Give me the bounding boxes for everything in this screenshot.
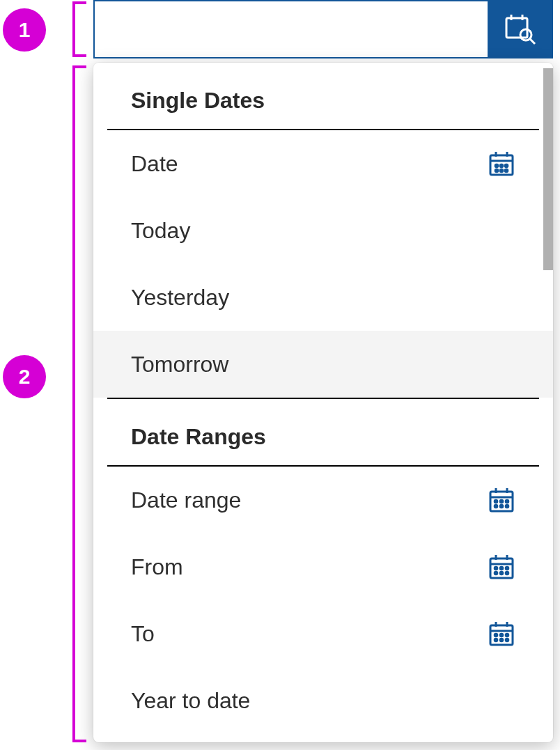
svg-point-39 <box>495 634 497 636</box>
option-today[interactable]: Today <box>93 197 553 264</box>
svg-point-13 <box>500 169 503 172</box>
annotation-badge-1: 1 <box>3 8 46 52</box>
option-label: Date range <box>131 487 241 513</box>
option-to[interactable]: To <box>93 600 553 667</box>
date-options-dropdown: Single Dates Date Today <box>93 63 553 742</box>
svg-point-9 <box>495 164 498 167</box>
calendar-range-icon <box>488 553 515 581</box>
svg-point-42 <box>495 639 497 641</box>
svg-point-3 <box>520 29 531 40</box>
option-year-to-date[interactable]: Year to date <box>93 667 553 734</box>
annotation-bracket-1 <box>72 1 75 57</box>
option-label: Tomorrow <box>131 352 228 377</box>
option-date[interactable]: Date <box>93 130 553 197</box>
svg-rect-0 <box>506 18 527 38</box>
option-yesterday[interactable]: Yesterday <box>93 264 553 331</box>
svg-point-29 <box>495 567 497 570</box>
svg-point-14 <box>505 169 508 172</box>
svg-point-20 <box>500 500 503 503</box>
open-calendar-button[interactable] <box>488 1 552 57</box>
svg-point-24 <box>506 505 508 508</box>
option-label: Yesterday <box>131 285 229 311</box>
svg-point-23 <box>500 505 503 508</box>
svg-point-44 <box>506 639 508 641</box>
svg-point-40 <box>500 634 503 636</box>
section-header-single-dates: Single Dates <box>93 63 553 129</box>
svg-point-32 <box>495 572 497 575</box>
date-picker-component: Single Dates Date Today <box>93 0 553 742</box>
svg-point-33 <box>500 572 503 575</box>
svg-point-19 <box>495 500 497 503</box>
svg-point-31 <box>506 567 508 570</box>
scrollbar-thumb[interactable] <box>543 68 553 270</box>
option-date-range[interactable]: Date range <box>93 467 553 533</box>
svg-point-11 <box>505 164 508 167</box>
calendar-icon <box>488 150 515 178</box>
calendar-range-icon <box>488 486 515 514</box>
annotation-badge-2: 2 <box>3 355 46 398</box>
svg-point-21 <box>506 500 508 503</box>
calendar-search-icon <box>503 12 536 47</box>
svg-point-34 <box>506 572 508 575</box>
date-input-row <box>93 0 553 58</box>
option-tomorrow[interactable]: Tomorrow <box>93 331 553 398</box>
annotation-bracket-2 <box>72 65 75 742</box>
svg-line-4 <box>530 39 535 44</box>
calendar-range-icon <box>488 620 515 648</box>
svg-point-22 <box>495 505 497 508</box>
option-label: Date <box>131 151 178 177</box>
option-label: Today <box>131 218 190 244</box>
option-label: Year to date <box>131 688 250 714</box>
svg-point-43 <box>500 639 503 641</box>
option-label: From <box>131 554 183 580</box>
svg-point-12 <box>495 169 498 172</box>
date-input[interactable] <box>95 1 488 57</box>
option-label: To <box>131 621 155 647</box>
svg-point-10 <box>500 164 503 167</box>
option-from[interactable]: From <box>93 533 553 600</box>
svg-point-30 <box>500 567 503 570</box>
section-header-date-ranges: Date Ranges <box>93 399 553 465</box>
svg-point-41 <box>506 634 508 636</box>
